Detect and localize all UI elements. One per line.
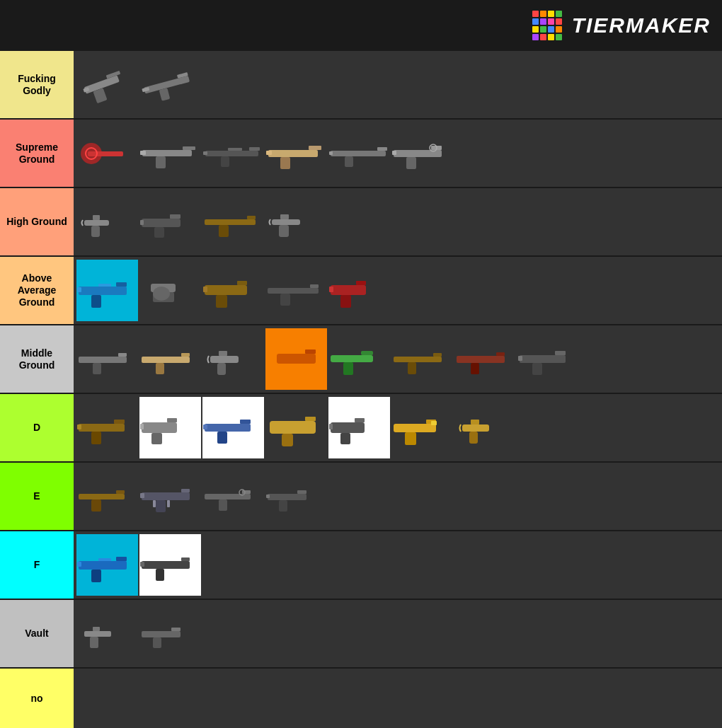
tier-label-vault: Vault [0, 600, 74, 667]
svg-rect-77 [361, 351, 373, 355]
gun-icon [329, 264, 389, 317]
tier-items-f [74, 531, 722, 599]
svg-rect-122 [153, 500, 156, 507]
tier-label-godly: Fucking Godly [0, 51, 74, 118]
logo-pixel-grid [532, 11, 562, 40]
svg-rect-135 [77, 562, 81, 567]
svg-rect-25 [377, 147, 387, 151]
tier-item [139, 397, 201, 458]
gun-icon [392, 333, 452, 386]
svg-rect-101 [270, 421, 316, 434]
svg-rect-97 [205, 424, 251, 432]
gun-icon [329, 401, 389, 454]
svg-rect-103 [282, 434, 293, 446]
tier-item [139, 122, 201, 184]
gun-icon [266, 195, 326, 248]
svg-rect-22 [280, 157, 290, 169]
logo-pixel [532, 26, 539, 33]
tier-items-d [74, 394, 722, 461]
tier-item [139, 466, 201, 527]
tier-item [202, 191, 264, 253]
tier-item [391, 328, 453, 390]
svg-rect-66 [118, 353, 127, 357]
svg-rect-54 [205, 285, 247, 295]
tier-row-supreme: Supreme Ground [0, 120, 722, 188]
tier-item [454, 328, 516, 390]
gun-icon [266, 127, 326, 180]
svg-rect-113 [471, 420, 479, 424]
svg-rect-98 [240, 420, 251, 424]
logo-pixel [556, 34, 562, 40]
svg-rect-72 [219, 351, 227, 356]
svg-rect-70 [156, 363, 164, 374]
svg-rect-11 [142, 150, 192, 156]
svg-rect-118 [142, 492, 190, 500]
gun-icon [203, 195, 263, 248]
gun-icon [203, 127, 263, 180]
svg-rect-117 [91, 499, 101, 512]
gun-icon [329, 333, 389, 386]
tier-item [328, 328, 390, 390]
tier-row-high: High Ground [0, 188, 722, 257]
tier-item [391, 122, 453, 184]
svg-rect-12 [183, 146, 195, 150]
gun-icon [203, 470, 263, 523]
tier-row-above: Above Average Ground [0, 257, 722, 325]
tier-item [139, 260, 201, 321]
svg-rect-107 [329, 424, 333, 429]
tier-items-no1 [74, 669, 722, 728]
tier-item [328, 397, 390, 458]
svg-rect-120 [156, 500, 166, 512]
tier-items-middle [74, 325, 722, 393]
svg-rect-17 [221, 156, 229, 167]
tier-label-e: E [0, 463, 74, 530]
gun-icon [203, 264, 263, 317]
gun-icon [77, 264, 137, 317]
svg-rect-119 [181, 489, 190, 492]
svg-rect-20 [268, 150, 318, 157]
svg-rect-94 [167, 418, 177, 422]
gun-icon [140, 333, 200, 386]
gun-icon [266, 333, 326, 386]
svg-rect-26 [345, 156, 353, 167]
svg-rect-145 [171, 628, 180, 631]
svg-rect-108 [394, 424, 436, 432]
svg-rect-114 [469, 432, 478, 444]
logo-text: TiERMAKER [572, 13, 711, 37]
svg-rect-24 [331, 151, 386, 156]
tier-item [139, 534, 201, 596]
gun-icon [392, 401, 452, 454]
svg-rect-13 [156, 156, 166, 168]
svg-rect-82 [457, 356, 505, 363]
svg-rect-42 [219, 225, 229, 237]
svg-rect-142 [93, 627, 100, 631]
svg-point-53 [153, 287, 170, 301]
tier-item [265, 122, 327, 184]
logo-pixel [556, 11, 562, 17]
gun-icon [140, 127, 200, 180]
svg-rect-65 [79, 357, 127, 363]
svg-rect-133 [116, 557, 127, 561]
svg-rect-87 [532, 363, 542, 375]
svg-rect-99 [217, 432, 227, 444]
gun-icon [77, 470, 137, 523]
gun-icon [77, 58, 137, 111]
tier-label-high: High Ground [0, 188, 74, 255]
svg-rect-18 [203, 151, 207, 155]
svg-rect-88 [518, 356, 522, 361]
tiermaker-logo: TiERMAKER [532, 11, 711, 40]
tier-item [454, 397, 516, 458]
svg-rect-129 [297, 490, 306, 494]
svg-rect-138 [181, 557, 190, 561]
tier-label-no1: no [0, 669, 74, 728]
gun-icon [329, 127, 389, 180]
tier-item [265, 191, 327, 253]
tier-item [391, 397, 453, 458]
svg-rect-63 [340, 295, 351, 308]
tier-item [139, 603, 201, 664]
tier-item [202, 122, 264, 184]
svg-rect-78 [343, 362, 353, 375]
svg-rect-141 [84, 631, 111, 637]
gun-icon [77, 538, 137, 591]
tier-items-above [74, 257, 722, 324]
